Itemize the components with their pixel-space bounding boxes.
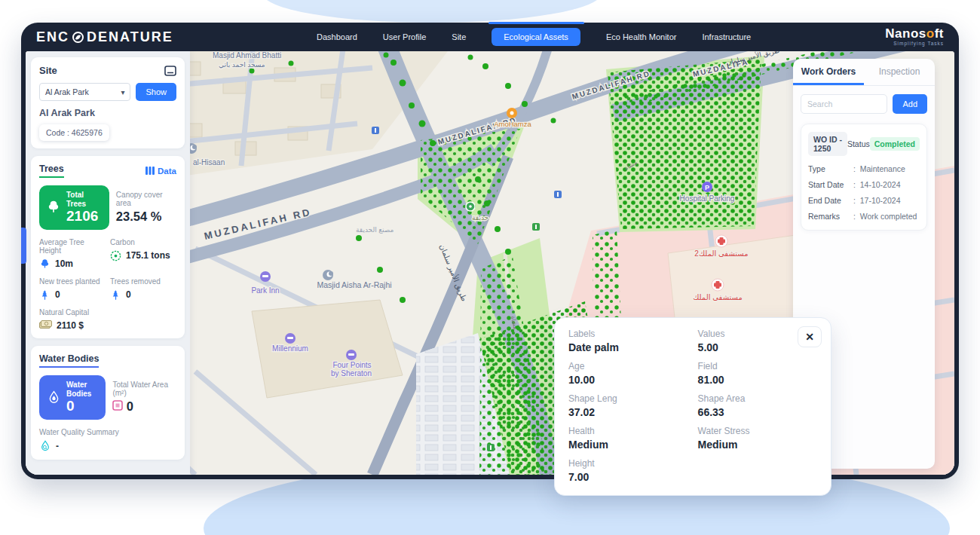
hospital-cross-icon-2 <box>712 279 724 291</box>
money-icon <box>39 320 52 330</box>
water-area-label: Total Water Area (m²) <box>112 381 176 397</box>
poi-hospital-2-ar: مستشفى الملك <box>693 293 743 301</box>
poi-amo-hamza: AmoHamza <box>494 120 531 128</box>
site-panel-title: Site <box>39 65 57 76</box>
planted-value: 0 <box>55 289 60 300</box>
popup-field-label: Height <box>568 457 698 469</box>
work-order-row-end-date: End Date 17-10-2024 <box>808 196 920 205</box>
svg-text:P: P <box>705 184 709 191</box>
total-trees-value: 2106 <box>66 209 103 225</box>
water-area-value: 0 <box>127 399 133 413</box>
popup-field-label: Age <box>568 360 698 372</box>
water-bodies-value: 0 <box>66 399 100 414</box>
popup-field-label: Water Stress <box>698 425 817 437</box>
table-columns-icon <box>145 167 155 175</box>
nav-item-user-profile[interactable]: User Profile <box>383 32 426 41</box>
brand-logo: ENC DENATURE <box>36 29 173 45</box>
add-button[interactable]: Add <box>893 94 927 114</box>
work-order-row-type: Type Maintenance <box>808 164 920 173</box>
show-button[interactable]: Show <box>136 83 176 101</box>
total-trees-card: Total Trees 2106 <box>39 185 109 230</box>
popup-field-value: Medium <box>698 437 817 452</box>
nav-item-infrastructure[interactable]: Infrastructure <box>702 32 751 41</box>
site-code-badge: Code : 4625976 <box>39 124 109 141</box>
brand-text-post: DENATURE <box>87 29 173 45</box>
status-label: Status <box>847 139 870 148</box>
trees-data-link[interactable]: Data <box>145 167 176 176</box>
area-icon <box>112 400 123 411</box>
poi-hospital-parking: Hospital Parking <box>680 194 735 203</box>
popup-field-value: 37.02 <box>568 405 698 420</box>
close-icon[interactable]: ✕ <box>798 326 822 347</box>
leaf-logo-icon <box>72 32 84 43</box>
water-quality-label: Water Quality Summary <box>39 428 176 436</box>
capital-value: 2110 $ <box>57 320 84 331</box>
panel-tabs: Work Orders Inspection <box>793 59 935 86</box>
nav-item-dashboard[interactable]: Dashboard <box>317 32 357 41</box>
popup-field-value: 7.00 <box>568 469 698 485</box>
popup-field-label: Health <box>568 425 698 437</box>
poi-masjid-aisha: Masjid Aisha Ar-Rajhi <box>317 280 391 289</box>
chevron-down-icon: ▾ <box>121 88 124 96</box>
site-card: Site Al Arak Park ▾ Show Al Arak Pa <box>31 57 185 148</box>
removed-label: Trees removed <box>110 277 176 286</box>
tree-removed-icon <box>110 289 121 301</box>
poi-factory-ar: مصنع الحديقة <box>356 226 394 234</box>
nav-item-ecological-assets[interactable]: Ecological Assets <box>492 28 580 46</box>
tab-work-orders[interactable]: Work Orders <box>793 59 864 85</box>
avg-height-label: Average Tree Height <box>39 238 106 255</box>
co2-icon <box>110 250 121 261</box>
poi-masjid-ahmad-ar: مسجد احمد باتي <box>219 61 265 69</box>
popup-left-column: LabelsDate palm Age10.00 Shape Leng37.02… <box>568 328 698 485</box>
background-blob-top <box>262 0 602 23</box>
popup-field-value: Medium <box>568 437 698 452</box>
water-bodies-card: Water Bodies 0 <box>39 375 106 420</box>
nav-menu: Dashboard User Profile Site Ecological A… <box>317 23 751 51</box>
water-drop-icon <box>45 389 62 405</box>
drawer-handle[interactable] <box>21 228 26 264</box>
feature-popup: LabelsDate palm Age10.00 Shape Leng37.02… <box>554 317 831 496</box>
tab-inspection[interactable]: Inspection <box>864 59 935 85</box>
vendor-logo: Nanosoft Simplifying Tasks <box>885 27 944 47</box>
site-select[interactable]: Al Arak Park ▾ <box>39 83 130 101</box>
water-quality-value: - <box>56 441 59 451</box>
water-section-title: Water Bodies <box>39 353 99 368</box>
vendor-tagline: Simplifying Tasks <box>885 41 944 47</box>
popup-field-value: 66.33 <box>698 405 817 420</box>
work-order-row-start-date: Start Date 14-10-2024 <box>808 180 920 189</box>
site-select-value: Al Arak Park <box>45 87 89 96</box>
trees-card: Trees Data Total Trees <box>31 156 185 338</box>
hospital-cross-icon-1 <box>715 235 727 247</box>
status-badge: Completed <box>870 137 920 151</box>
popup-field-label: Shape Area <box>698 393 817 405</box>
brand-text-pre: ENC <box>36 29 69 45</box>
poi-park-ar: حديقة <box>472 214 488 222</box>
work-order-card[interactable]: WO ID - 1250 Status Completed Type Maint… <box>801 124 927 231</box>
sidebar: Site Al Arak Park ▾ Show Al Arak Pa <box>26 51 190 475</box>
capital-label: Natural Capital <box>39 308 176 316</box>
carbon-label: Carbon <box>110 238 176 246</box>
tree-height-icon <box>39 258 51 270</box>
poi-al-hisaan: al-Hisaan <box>193 158 225 167</box>
page: ENC DENATURE Dashboard User Profile Site… <box>0 0 980 535</box>
work-order-row-remarks: Remarks Work completed <box>808 212 920 221</box>
nav-item-eco-health-monitor[interactable]: Eco Health Monitor <box>606 32 677 41</box>
popup-field-value: 10.00 <box>568 372 698 387</box>
water-bodies-label: Water Bodies <box>66 381 100 399</box>
popup-field-label: Shape Leng <box>568 393 698 405</box>
popup-field-value: Date palm <box>568 340 698 355</box>
poi-four-points-2: by Sheraton <box>331 369 372 378</box>
carbon-value: 175.1 tons <box>126 250 170 261</box>
poi-park-inn: Park Inn <box>251 286 279 295</box>
poi-four-points-1: Four Points <box>332 361 371 369</box>
canopy-label: Canopy cover area <box>116 191 176 207</box>
nav-item-site[interactable]: Site <box>452 32 466 41</box>
poi-masjid-ahmad: Masjid Ahmad Bhatti <box>213 51 281 60</box>
search-input[interactable] <box>801 94 887 114</box>
water-card: Water Bodies Water Bodies 0 <box>31 346 185 460</box>
panel-collapse-icon[interactable] <box>164 66 176 76</box>
popup-field-label: Labels <box>568 328 698 340</box>
avg-height-value: 10m <box>55 258 73 269</box>
popup-field-value: 81.00 <box>698 372 817 387</box>
planted-label: New trees planted <box>39 277 106 286</box>
